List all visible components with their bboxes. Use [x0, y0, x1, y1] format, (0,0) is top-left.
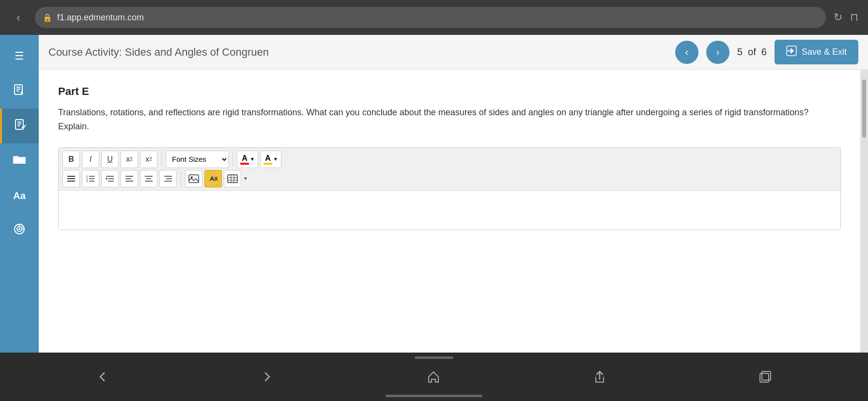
list-icon: ☰ [15, 50, 24, 62]
scrollbar[interactable] [860, 70, 868, 353]
svg-rect-45 [762, 371, 771, 380]
font-color-label: A [242, 154, 248, 163]
toolbar-row-1: B I U x2 x2 Font Sizes 8pt 10pt 12pt [62, 151, 837, 168]
dictionary-icon: Aa [13, 190, 26, 201]
svg-line-13 [22, 226, 23, 228]
sidebar-item-list[interactable]: ☰ [0, 39, 39, 74]
question-content: Part E Translations, rotations, and refl… [39, 70, 860, 353]
browser-bar: ‹ 🔒 f1.app.edmentum.com ↻ ⊓ [0, 0, 868, 35]
font-color-dropdown-icon: ▼ [250, 156, 255, 162]
activity-title: Course Activity: Sides and Angles of Con… [48, 46, 667, 59]
italic-button[interactable]: I [82, 151, 99, 168]
next-button[interactable]: › [706, 41, 729, 64]
sidebar-item-edit[interactable] [0, 74, 39, 108]
main-area: ☰ [0, 35, 868, 353]
svg-point-11 [18, 228, 20, 230]
bottom-tabs-button[interactable] [758, 370, 773, 384]
toolbar-row-2: 1. 2. 3. [62, 170, 837, 187]
bold-button[interactable]: B [62, 151, 80, 168]
svg-rect-44 [760, 373, 769, 382]
rich-text-editor: B I U x2 x2 Font Sizes 8pt 10pt 12pt [58, 147, 841, 230]
audio-icon [13, 222, 26, 239]
font-color-button[interactable]: A ▼ [237, 151, 258, 168]
sidebar-item-audio[interactable] [0, 213, 39, 248]
sidebar-item-folder[interactable] [0, 143, 39, 178]
save-exit-label: Save & Exit [802, 47, 847, 57]
page-of-label: of [748, 46, 756, 57]
part-label: Part E [58, 85, 841, 98]
sidebar-item-review[interactable] [0, 108, 39, 143]
reload-button[interactable]: ↻ [834, 11, 842, 24]
ordered-list-button[interactable]: 1. 2. 3. [82, 170, 99, 187]
font-color-indicator [240, 163, 249, 165]
highlight-color-label: A [265, 154, 271, 163]
align-right-button[interactable] [159, 170, 177, 187]
browser-actions: ↻ ⊓ [834, 11, 858, 24]
svg-text:3.: 3. [86, 180, 89, 183]
subscript-button[interactable]: x2 [140, 151, 157, 168]
svg-rect-39 [228, 175, 237, 183]
content-area: Course Activity: Sides and Angles of Con… [39, 35, 868, 353]
lock-icon: 🔒 [43, 13, 52, 22]
page-indicator: 5 of 6 [737, 46, 767, 58]
insert-image-button[interactable] [185, 170, 202, 187]
highlight-color-button[interactable]: A ▼ [260, 151, 281, 168]
sidebar-item-dictionary[interactable]: Aa [0, 178, 39, 213]
browser-back-button[interactable]: ‹ [10, 11, 27, 24]
edit-icon [13, 83, 26, 100]
editor-toolbar: B I U x2 x2 Font Sizes 8pt 10pt 12pt [59, 148, 840, 191]
svg-rect-8 [13, 158, 26, 164]
save-exit-icon [786, 46, 797, 59]
save-exit-button[interactable]: Save & Exit [775, 40, 858, 64]
bottom-handle [415, 356, 453, 359]
top-bar: Course Activity: Sides and Angles of Con… [39, 35, 868, 70]
highlight-color-indicator [264, 163, 272, 165]
insert-math-button[interactable] [204, 170, 222, 187]
align-center-button[interactable] [140, 170, 157, 187]
prev-button[interactable]: ‹ [675, 41, 698, 64]
page-body: Part E Translations, rotations, and refl… [39, 70, 868, 353]
font-sizes-select[interactable]: Font Sizes 8pt 10pt 12pt 14pt 16pt 18pt … [166, 151, 229, 168]
bottom-forward-button[interactable] [261, 370, 274, 384]
address-bar[interactable]: 🔒 f1.app.edmentum.com [35, 7, 826, 28]
indent-decrease-button[interactable] [101, 170, 119, 187]
align-left-button[interactable] [121, 170, 138, 187]
insert-table-button[interactable] [224, 170, 241, 187]
bottom-back-button[interactable] [95, 370, 109, 384]
folder-icon [12, 153, 27, 169]
table-dropdown-icon: ▼ [243, 176, 248, 181]
question-text: Translations, rotations, and reflections… [58, 106, 841, 134]
highlight-dropdown-icon: ▼ [273, 156, 278, 162]
bottom-scroll-indicator [386, 395, 482, 397]
scrollbar-thumb[interactable] [862, 79, 866, 138]
bottom-bar [0, 353, 868, 401]
toolbar-sep-2 [232, 153, 233, 166]
editor-body[interactable] [59, 191, 840, 230]
toolbar-sep-1 [161, 153, 162, 166]
superscript-button[interactable]: x2 [121, 151, 138, 168]
unordered-list-button[interactable] [62, 170, 80, 187]
bottom-home-button[interactable] [426, 370, 441, 384]
bookmark-button[interactable]: ⊓ [850, 11, 858, 24]
sidebar: ☰ [0, 35, 39, 353]
review-icon [14, 118, 27, 135]
toolbar-sep-3 [181, 172, 181, 185]
underline-button[interactable]: U [101, 151, 119, 168]
bottom-share-button[interactable] [593, 370, 606, 384]
page-current: 5 [737, 46, 743, 57]
url-text: f1.app.edmentum.com [57, 13, 144, 23]
page-total: 6 [761, 46, 767, 57]
